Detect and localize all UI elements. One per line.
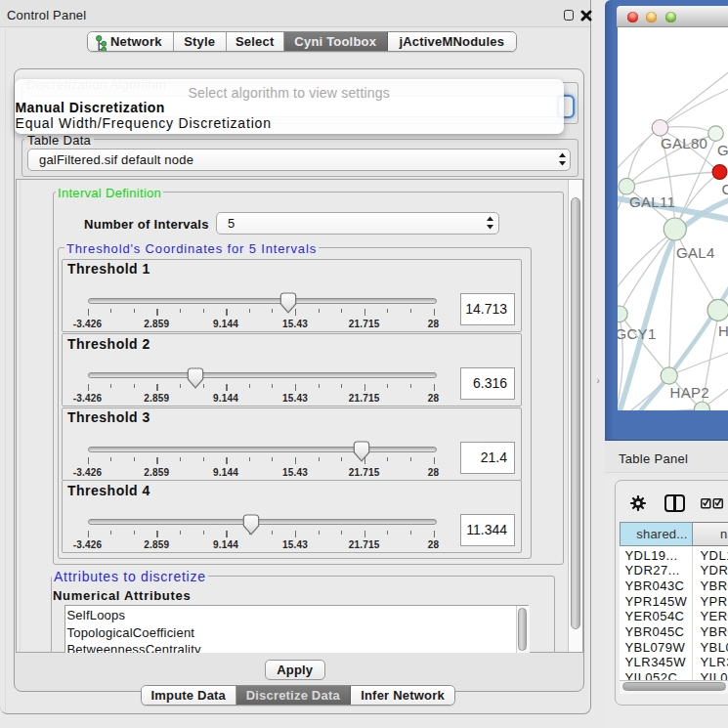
svg-text:CR: CR (722, 181, 728, 197)
svg-text:HAP2: HAP2 (670, 384, 709, 401)
svg-text:HA: HA (718, 322, 728, 339)
svg-text:GCY1: GCY1 (618, 325, 657, 342)
svg-text:GAL11: GAL11 (629, 193, 675, 210)
svg-text:GA: GA (717, 142, 728, 158)
svg-text:GAL80: GAL80 (661, 135, 707, 151)
svg-text:GAL4: GAL4 (676, 244, 715, 261)
